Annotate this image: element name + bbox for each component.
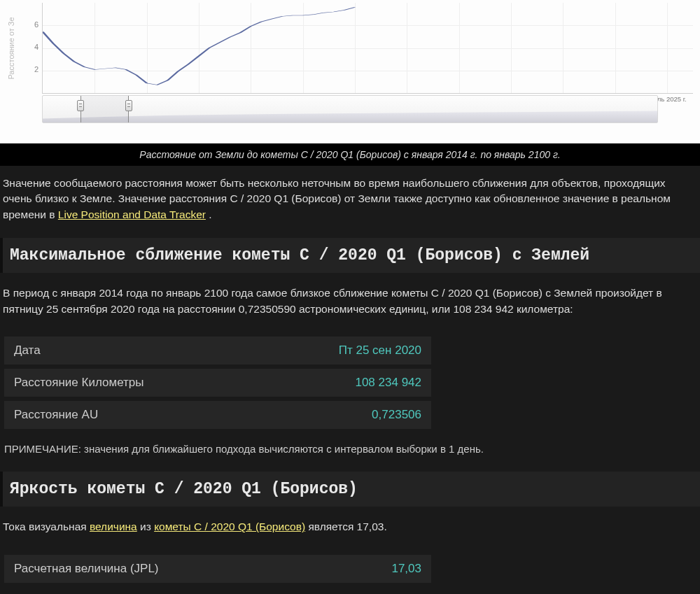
brightness-heading: Яркость кометы C / 2020 Q1 (Борисов) [0, 472, 700, 507]
y-axis-label: Расстояние от Зе [4, 3, 18, 94]
row-key: Расстояние AU [4, 401, 239, 429]
table-row: Расчетная величина (JPL) 17,03 [4, 555, 431, 583]
live-tracker-link[interactable]: Live Position and Data Tracker [58, 208, 206, 220]
table-row: Расстояние AU 0,723506 [4, 401, 431, 429]
row-value: 108 234 942 [239, 369, 432, 397]
row-value: Пт 25 сен 2020 [239, 337, 432, 365]
magnitude-link[interactable]: величина [90, 521, 137, 532]
row-value: 0,723506 [239, 401, 432, 429]
row-key: Дата [4, 337, 239, 365]
distance-chart: Расстояние от Зе 6 4 2 Янв 2020 Июл 2020… [0, 0, 700, 143]
approach-note: ПРИМЕЧАНИЕ: значения для ближайшего подх… [0, 436, 700, 462]
row-key: Расчетная величина (JPL) [4, 555, 239, 583]
chart-plot-area: Расстояние от Зе 6 4 2 Янв 2020 Июл 2020… [42, 3, 693, 94]
y-tick: 2 [22, 65, 38, 73]
chart-line [43, 3, 693, 93]
intro-paragraph: Значение сообщаемого расстояния может бы… [0, 166, 700, 228]
closest-approach-table: Дата Пт 25 сен 2020 Расстояние Километры… [4, 332, 431, 433]
comet-link[interactable]: кометы C / 2020 Q1 (Борисов) [154, 521, 305, 532]
range-navigator[interactable] [42, 95, 658, 123]
range-handle-left[interactable] [77, 100, 84, 111]
brightness-paragraph: Тока визуальная величина из кометы C / 2… [0, 509, 700, 540]
row-key: Расстояние Километры [4, 369, 239, 397]
row-value: 17,03 [239, 555, 432, 583]
closest-approach-heading: Максимальное сближение кометы C / 2020 Q… [0, 238, 700, 273]
table-row: Расстояние Километры 108 234 942 [4, 369, 431, 397]
chart-caption: Расстояние от Земли до кометы C / 2020 Q… [0, 143, 700, 166]
table-row: Дата Пт 25 сен 2020 [4, 337, 431, 365]
y-tick: 6 [22, 20, 38, 29]
brightness-table: Расчетная величина (JPL) 17,03 [4, 551, 431, 587]
range-handle-right[interactable] [125, 100, 132, 111]
y-tick: 4 [22, 43, 38, 51]
range-selection[interactable] [80, 96, 128, 122]
closest-approach-paragraph: В период с января 2014 года по январь 21… [0, 276, 700, 323]
